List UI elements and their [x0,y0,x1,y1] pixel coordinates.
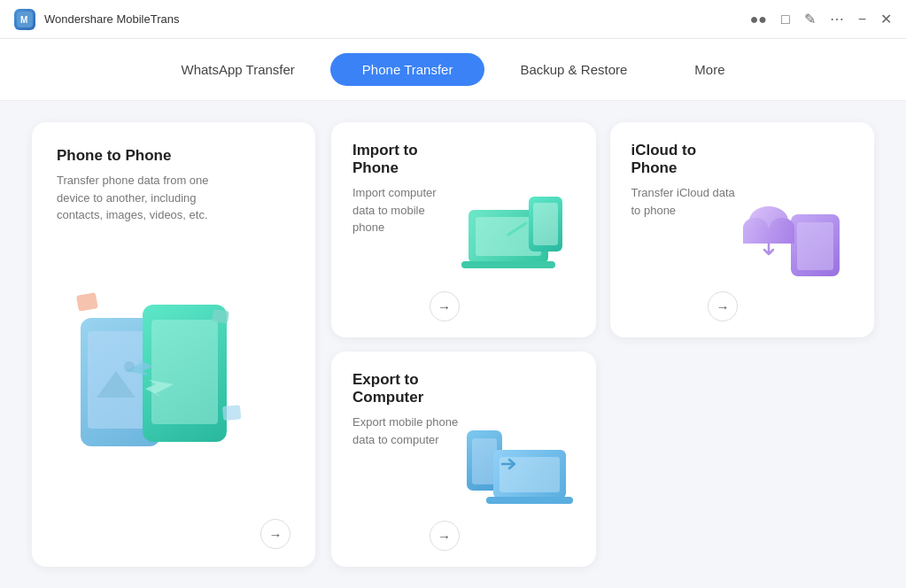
window-icon[interactable]: □ [781,12,790,27]
card-export-to-computer: Export to Computer Export mobile phone d… [331,352,596,567]
svg-rect-16 [797,222,833,270]
tab-more[interactable]: More [662,53,756,86]
titlebar: M Wondershare MobileTrans ●● □ ✎ ⋯ − ✕ [0,0,906,39]
import-arrow[interactable]: → [430,291,460,321]
svg-rect-24 [499,457,560,492]
export-arrow[interactable]: → [430,521,460,551]
phone-to-phone-title: Phone to Phone [57,147,290,165]
main-content: Phone to Phone Transfer phone data from … [0,101,906,588]
svg-rect-20 [743,228,794,244]
export-title: Export to Computer [352,371,460,406]
svg-rect-12 [461,261,555,268]
svg-rect-6 [76,292,98,312]
import-desc: Import computer data to mobile phone [352,184,460,236]
titlebar-controls: ●● □ ✎ ⋯ − ✕ [750,11,892,27]
icloud-desc: Transfer iCloud data to phone [631,184,739,219]
svg-rect-7 [212,309,229,323]
profile-icon[interactable]: ●● [750,12,767,27]
icloud-arrow[interactable]: → [708,291,738,321]
titlebar-left: M Wondershare MobileTrans [14,9,179,30]
import-card-text: Import to Phone Import computer data to … [352,142,460,321]
icloud-card-text: iCloud to Phone Transfer iCloud data to … [631,142,739,321]
phone-to-phone-desc: Transfer phone data from one device to a… [57,172,234,224]
svg-rect-8 [222,406,241,422]
import-title: Import to Phone [352,142,460,177]
tab-backup[interactable]: Backup & Restore [488,53,659,86]
edit-icon[interactable]: ✎ [804,11,816,27]
menu-icon[interactable]: ⋯ [830,11,844,27]
card-import-to-phone: Import to Phone Import computer data to … [331,122,596,337]
card-phone-to-phone: Phone to Phone Transfer phone data from … [32,122,315,567]
app-title-text: Wondershare MobileTrans [44,12,179,26]
minimize-icon[interactable]: − [858,12,866,27]
svg-rect-22 [472,438,497,484]
export-illustration [460,371,575,551]
import-illustration [460,142,575,321]
phone-to-phone-illustration [57,233,290,511]
export-desc: Export mobile phone data to computer [352,414,460,448]
cards-right: Import to Phone Import computer data to … [331,122,874,567]
svg-rect-5 [151,320,218,424]
svg-rect-25 [486,497,573,504]
tab-whatsapp[interactable]: WhatsApp Transfer [149,53,326,86]
svg-rect-14 [533,203,558,245]
icloud-title: iCloud to Phone [631,142,739,177]
nav-tabs: WhatsApp Transfer Phone Transfer Backup … [0,39,906,101]
svg-point-9 [124,361,135,372]
icloud-illustration [738,142,853,321]
app-icon: M [14,9,35,30]
svg-text:M: M [20,15,27,25]
close-icon[interactable]: ✕ [880,11,892,27]
export-card-text: Export to Computer Export mobile phone d… [352,371,460,551]
phone-to-phone-arrow[interactable]: → [260,519,290,549]
tab-phone[interactable]: Phone Transfer [330,53,485,86]
card-icloud-to-phone: iCloud to Phone Transfer iCloud data to … [610,122,875,337]
